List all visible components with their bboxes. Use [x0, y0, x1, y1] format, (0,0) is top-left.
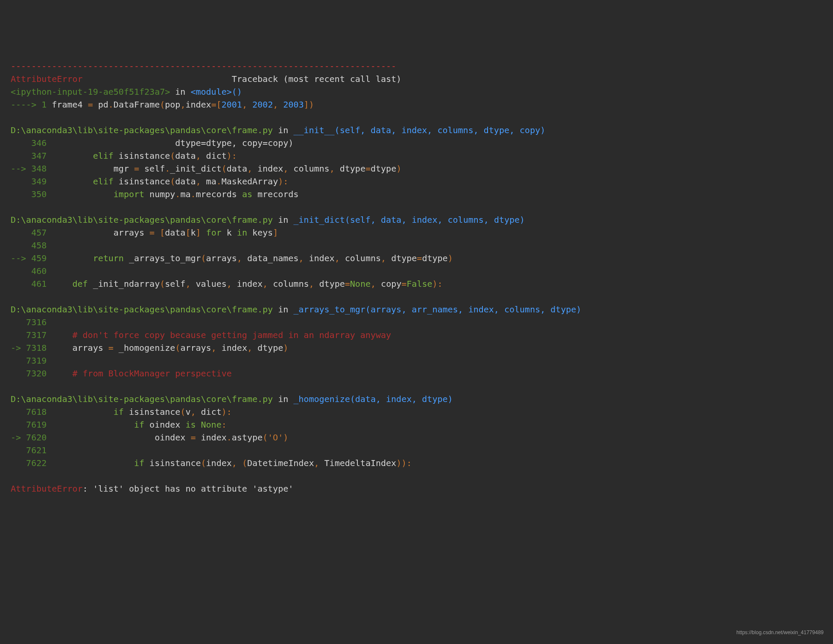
traceback-header: Traceback (most recent call last)	[83, 74, 402, 84]
function-name: _init_dict	[293, 215, 345, 225]
ipython-input: <ipython-input-19-ae50f51f23a7>	[11, 87, 170, 97]
function-name: _arrays_to_mgr	[293, 304, 365, 315]
module: <module>	[190, 87, 231, 97]
line-number: 346	[11, 138, 52, 148]
error-type: AttributeError	[11, 74, 83, 84]
file-path: D:\anaconda3\lib\site-packages\pandas\co…	[11, 215, 273, 225]
traceback-output: ----------------------------------------…	[11, 60, 822, 495]
final-error-type: AttributeError	[11, 484, 83, 494]
separator: ----------------------------------------…	[11, 61, 396, 71]
watermark: https://blog.csdn.net/weixin_41779489	[737, 629, 824, 636]
function-name: __init__	[293, 125, 334, 135]
arrow: ----> 1	[11, 99, 52, 110]
comment: # from BlockManager perspective	[52, 368, 231, 379]
final-error-message: : 'list' object has no attribute 'astype…	[83, 484, 294, 494]
file-path: D:\anaconda3\lib\site-packages\pandas\co…	[11, 304, 273, 315]
file-path: D:\anaconda3\lib\site-packages\pandas\co…	[11, 394, 273, 404]
function-name: _homogenize	[293, 394, 350, 404]
file-path: D:\anaconda3\lib\site-packages\pandas\co…	[11, 125, 273, 135]
comment: # don't force copy because getting jamme…	[52, 330, 391, 340]
